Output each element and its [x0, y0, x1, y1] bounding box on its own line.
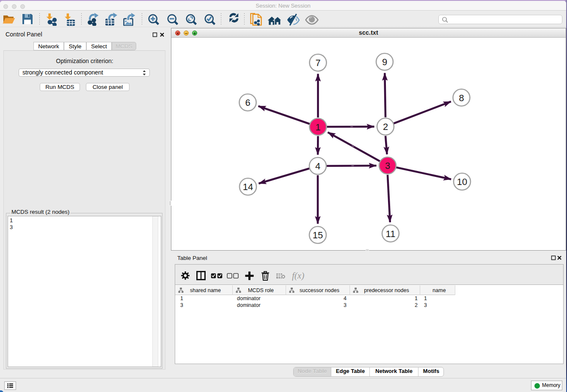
svg-text:15: 15: [313, 230, 323, 240]
svg-text:7: 7: [315, 58, 320, 68]
svg-text:10: 10: [457, 177, 467, 187]
svg-text:11: 11: [386, 229, 396, 239]
svg-text:6: 6: [245, 97, 250, 108]
svg-text:4: 4: [315, 161, 320, 171]
svg-text:2: 2: [383, 121, 388, 132]
svg-text:1: 1: [315, 122, 320, 133]
svg-text:8: 8: [459, 93, 464, 103]
svg-text:14: 14: [243, 182, 253, 192]
svg-text:3: 3: [385, 160, 390, 171]
svg-text:9: 9: [382, 57, 387, 67]
